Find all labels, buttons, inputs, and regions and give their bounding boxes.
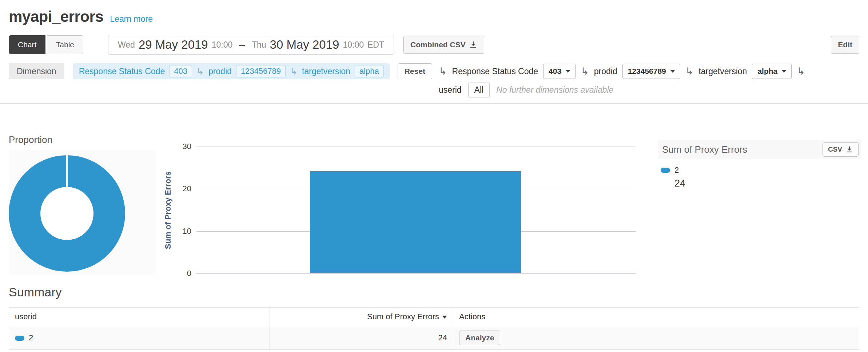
legend-item-value: 24: [674, 178, 861, 189]
csv-button[interactable]: CSV: [823, 142, 859, 157]
y-tick-label: 0: [170, 269, 191, 278]
summary-title: Summary: [9, 284, 868, 300]
legend-title: Sum of Proxy Errors: [662, 144, 747, 155]
gridline: [196, 147, 636, 147]
no-more-dimensions-note: No further dimensions available: [496, 85, 613, 95]
toolbar: Chart Table Wed 29 May 2019 10:00 – Thu …: [9, 35, 859, 55]
column-header-sum: Sum of Proxy Errors: [270, 308, 453, 326]
end-time: 10:00: [343, 40, 364, 50]
drill-down-arrow-icon: ↳: [196, 66, 204, 77]
breadcrumb-value[interactable]: alpha: [355, 65, 384, 77]
table-header-row: userid Sum of Proxy Errors Actions: [9, 308, 859, 326]
drill-down-arrow-icon: ↳: [290, 66, 298, 77]
userid-label: userid: [439, 85, 462, 95]
drill-down-arrow-icon: ↳: [685, 65, 694, 77]
legend-item[interactable]: 2: [661, 165, 861, 175]
chevron-down-icon: [782, 70, 786, 73]
response-status-code-select[interactable]: 403: [543, 64, 576, 79]
selector-name: targetversion: [698, 67, 747, 76]
drill-down-arrow-icon: ↳: [439, 65, 447, 77]
breadcrumb-value[interactable]: 403: [169, 65, 192, 77]
chevron-down-icon: [566, 70, 570, 73]
legend-item-label: 2: [674, 165, 679, 175]
dimension-breadcrumb[interactable]: Response Status Code 403 ↳ prodid 123456…: [73, 63, 390, 79]
date-separator: –: [239, 39, 245, 51]
dimension-bar: Dimension Response Status Code 403 ↳ pro…: [9, 63, 859, 97]
error-bar[interactable]: [310, 171, 521, 273]
legend-header: Sum of Proxy Errors CSV: [658, 140, 861, 159]
drill-down-arrow-icon: ↳: [581, 65, 589, 77]
tab-chart[interactable]: Chart: [9, 35, 45, 54]
proportion-title: Proportion: [9, 134, 52, 145]
reset-button[interactable]: Reset: [398, 63, 432, 79]
breadcrumb-name: targetversion: [302, 67, 350, 76]
dimension-selectors: ↳ Response Status Code 403 ↳ prodid 1234…: [439, 63, 805, 97]
sort-descending-icon[interactable]: [442, 316, 447, 319]
download-icon: [469, 41, 477, 49]
selector-name: Response Status Code: [452, 67, 538, 76]
selector-row-userid: userid All No further dimensions availab…: [439, 82, 805, 97]
chart-legend: Sum of Proxy Errors CSV 2 24: [658, 140, 861, 189]
date-range-picker[interactable]: Wed 29 May 2019 10:00 – Thu 30 May 2019 …: [108, 35, 394, 55]
cell-userid: 2: [9, 326, 270, 350]
y-tick-label: 20: [170, 184, 191, 193]
drill-down-arrow-icon: ↳: [797, 65, 805, 77]
timezone: EDT: [367, 40, 384, 50]
summary-table: userid Sum of Proxy Errors Actions 2 24 …: [9, 307, 859, 350]
start-date: 29 May 2019: [139, 38, 208, 52]
cell-actions: Analyze: [453, 326, 859, 350]
y-tick-label: 10: [170, 227, 191, 236]
legend-swatch: [661, 168, 670, 173]
dimension-label: Dimension: [9, 63, 64, 79]
column-header-userid: userid: [9, 308, 270, 326]
table-row: 2 24 Analyze: [9, 326, 859, 350]
edit-button[interactable]: Edit: [831, 36, 859, 54]
chevron-down-icon: [670, 70, 675, 73]
view-toggle: Chart Table: [9, 35, 83, 54]
start-time: 10:00: [212, 40, 233, 50]
page-header: myapi_errors Learn more: [0, 0, 868, 25]
download-icon: [846, 146, 853, 153]
donut-chart[interactable]: [9, 155, 125, 272]
targetversion-select[interactable]: alpha: [752, 64, 792, 79]
end-day: Thu: [252, 40, 266, 50]
column-header-actions: Actions: [453, 308, 859, 326]
learn-more-link[interactable]: Learn more: [110, 14, 153, 24]
y-tick-label: 30: [170, 142, 191, 151]
selector-row: ↳ Response Status Code 403 ↳ prodid 1234…: [439, 63, 805, 79]
start-day: Wed: [118, 40, 135, 50]
prodid-select[interactable]: 123456789: [622, 64, 680, 79]
breadcrumb-name: prodid: [208, 67, 232, 76]
end-date: 30 May 2019: [270, 38, 339, 52]
breadcrumb-value[interactable]: 123456789: [236, 65, 286, 77]
chart-section: Proportion Sum of Proxy Errors 30 20 10 …: [0, 104, 868, 282]
combined-csv-button[interactable]: Combined CSV: [403, 36, 484, 54]
analyze-button[interactable]: Analyze: [459, 331, 500, 345]
page-title: myapi_errors: [9, 8, 103, 25]
y-axis-title: Sum of Proxy Errors: [162, 147, 174, 273]
x-axis-baseline: [196, 273, 636, 273]
cell-sum: 24: [270, 326, 453, 350]
breadcrumb-name: Response Status Code: [79, 67, 165, 76]
userid-all-chip[interactable]: All: [468, 83, 490, 97]
donut-hole: [40, 187, 93, 240]
bar-chart-plot-area: [196, 147, 636, 273]
donut-slice-gap: [66, 155, 68, 187]
tab-table[interactable]: Table: [47, 35, 83, 54]
proportion-donut-panel: [9, 150, 156, 275]
selector-name: prodid: [594, 67, 617, 76]
series-swatch: [15, 336, 24, 341]
